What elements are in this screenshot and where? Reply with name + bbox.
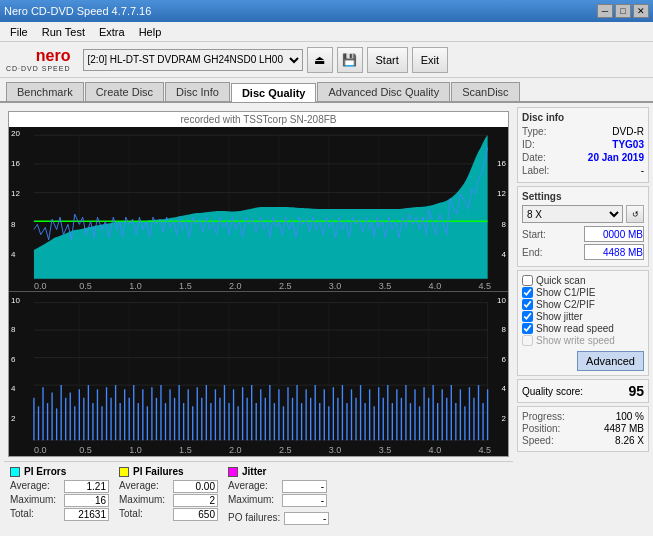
jitter-max-row: Maximum: - bbox=[228, 494, 329, 507]
close-button[interactable]: ✕ bbox=[633, 4, 649, 18]
progress-val: 100 % bbox=[616, 411, 644, 422]
title-bar-left: Nero CD-DVD Speed 4.7.7.16 bbox=[4, 5, 151, 17]
side-panel: Disc info Type: DVD-R ID: TYG03 Date: 20… bbox=[513, 103, 653, 533]
charts-stats-area: recorded with TSSTcorp SN-208FB 20 16 12… bbox=[4, 107, 513, 529]
title-bar: Nero CD-DVD Speed 4.7.7.16 ─ □ ✕ bbox=[0, 0, 653, 22]
tab-scan-disc[interactable]: ScanDisc bbox=[451, 82, 519, 101]
charts-area: recorded with TSSTcorp SN-208FB 20 16 12… bbox=[8, 111, 509, 457]
jitter-avg-val: - bbox=[282, 480, 327, 493]
svg-text:4.0: 4.0 bbox=[429, 445, 442, 455]
speed-select[interactable]: 8 X bbox=[522, 205, 623, 223]
pi-failures-header: PI Failures bbox=[119, 466, 218, 477]
tab-disc-quality[interactable]: Disc Quality bbox=[231, 83, 317, 102]
show-c1-pie-checkbox[interactable] bbox=[522, 287, 533, 298]
pi-errors-max-row: Maximum: 16 bbox=[10, 494, 109, 507]
start-input[interactable] bbox=[584, 226, 644, 242]
disc-date-val: 20 Jan 2019 bbox=[588, 152, 644, 163]
svg-text:2.0: 2.0 bbox=[229, 445, 242, 455]
position-val: 4487 MB bbox=[604, 423, 644, 434]
speed-row: Speed: 8.26 X bbox=[522, 435, 644, 446]
disc-id-row: ID: TYG03 bbox=[522, 139, 644, 150]
advanced-button[interactable]: Advanced bbox=[577, 351, 644, 371]
svg-text:1.5: 1.5 bbox=[179, 445, 192, 455]
show-jitter-row: Show jitter bbox=[522, 311, 644, 322]
bottom-chart-svg: 0.0 0.5 1.0 1.5 2.0 2.5 3.0 3.5 4.0 4.5 bbox=[9, 292, 508, 456]
show-write-speed-checkbox[interactable] bbox=[522, 335, 533, 346]
progress-row: Progress: 100 % bbox=[522, 411, 644, 422]
show-read-speed-row: Show read speed bbox=[522, 323, 644, 334]
quality-score-label: Quality score: bbox=[522, 386, 583, 397]
disc-date-row: Date: 20 Jan 2019 bbox=[522, 152, 644, 163]
show-jitter-checkbox[interactable] bbox=[522, 311, 533, 322]
quality-score-value: 95 bbox=[628, 383, 644, 399]
show-write-speed-row: Show write speed bbox=[522, 335, 644, 346]
show-read-speed-checkbox[interactable] bbox=[522, 323, 533, 334]
svg-text:2.5: 2.5 bbox=[279, 281, 292, 290]
pi-errors-group: PI Errors Average: 1.21 Maximum: 16 Tota… bbox=[10, 466, 109, 525]
svg-text:1.5: 1.5 bbox=[179, 281, 192, 290]
toolbar: nero CD·DVD SPEED [2:0] HL-DT-ST DVDRAM … bbox=[0, 42, 653, 78]
exit-button[interactable]: Exit bbox=[412, 47, 448, 73]
minimize-button[interactable]: ─ bbox=[597, 4, 613, 18]
pi-failures-avg-val: 0.00 bbox=[173, 480, 218, 493]
tabs: Benchmark Create Disc Disc Info Disc Qua… bbox=[0, 78, 653, 103]
drive-select[interactable]: [2:0] HL-DT-ST DVDRAM GH24NSD0 LH00 bbox=[83, 49, 303, 71]
top-chart: 20 16 12 8 4 16 12 8 4 bbox=[9, 127, 508, 291]
jitter-max-val: - bbox=[282, 494, 327, 507]
chart-title: recorded with TSSTcorp SN-208FB bbox=[9, 112, 508, 127]
jitter-header: Jitter bbox=[228, 466, 329, 477]
svg-text:0.0: 0.0 bbox=[34, 281, 47, 290]
menu-bar: File Run Test Extra Help bbox=[0, 22, 653, 42]
eject-icon-btn[interactable]: ⏏ bbox=[307, 47, 333, 73]
end-range-row: End: bbox=[522, 244, 644, 260]
save-icon-btn[interactable]: 💾 bbox=[337, 47, 363, 73]
start-button[interactable]: Start bbox=[367, 47, 408, 73]
pi-failures-max-val: 2 bbox=[173, 494, 218, 507]
svg-text:1.0: 1.0 bbox=[129, 281, 142, 290]
quick-scan-checkbox[interactable] bbox=[522, 275, 533, 286]
settings-refresh-btn[interactable]: ↺ bbox=[626, 205, 644, 223]
jitter-group: Jitter Average: - Maximum: - PO failures… bbox=[228, 466, 329, 525]
svg-text:4.0: 4.0 bbox=[429, 281, 442, 290]
menu-help[interactable]: Help bbox=[133, 24, 168, 40]
quick-scan-row: Quick scan bbox=[522, 275, 644, 286]
disc-id-val: TYG03 bbox=[612, 139, 644, 150]
nero-logo: nero CD·DVD SPEED bbox=[6, 47, 71, 72]
menu-run-test[interactable]: Run Test bbox=[36, 24, 91, 40]
jitter-avg-row: Average: - bbox=[228, 480, 329, 493]
checkboxes-section: Quick scan Show C1/PIE Show C2/PIF Show … bbox=[517, 270, 649, 376]
svg-text:0.5: 0.5 bbox=[79, 281, 92, 290]
pi-errors-total-row: Total: 21631 bbox=[10, 508, 109, 521]
end-input[interactable] bbox=[584, 244, 644, 260]
svg-text:0.0: 0.0 bbox=[34, 445, 47, 455]
po-failures-val: - bbox=[284, 512, 329, 525]
title-bar-controls: ─ □ ✕ bbox=[597, 4, 649, 18]
tab-advanced-disc-quality[interactable]: Advanced Disc Quality bbox=[317, 82, 450, 101]
disc-label-row: Label: - bbox=[522, 165, 644, 176]
start-range-row: Start: bbox=[522, 226, 644, 242]
show-c2-pif-checkbox[interactable] bbox=[522, 299, 533, 310]
pi-errors-header: PI Errors bbox=[10, 466, 109, 477]
menu-extra[interactable]: Extra bbox=[93, 24, 131, 40]
menu-file[interactable]: File bbox=[4, 24, 34, 40]
disc-info-section: Disc info Type: DVD-R ID: TYG03 Date: 20… bbox=[517, 107, 649, 183]
disc-label-val: - bbox=[641, 165, 644, 176]
tab-benchmark[interactable]: Benchmark bbox=[6, 82, 84, 101]
po-failures-row: PO failures: - bbox=[228, 512, 329, 525]
pi-failures-group: PI Failures Average: 0.00 Maximum: 2 Tot… bbox=[119, 466, 218, 525]
pi-errors-avg-val: 1.21 bbox=[64, 480, 109, 493]
bottom-chart: 10 8 6 4 2 10 8 6 4 2 bbox=[9, 291, 508, 456]
show-c2-pif-row: Show C2/PIF bbox=[522, 299, 644, 310]
maximize-button[interactable]: □ bbox=[615, 4, 631, 18]
tab-create-disc[interactable]: Create Disc bbox=[85, 82, 164, 101]
svg-text:2.5: 2.5 bbox=[279, 445, 292, 455]
speed-val: 8.26 X bbox=[615, 435, 644, 446]
svg-text:3.0: 3.0 bbox=[329, 445, 342, 455]
pi-failures-avg-row: Average: 0.00 bbox=[119, 480, 218, 493]
main-content: recorded with TSSTcorp SN-208FB 20 16 12… bbox=[0, 103, 653, 533]
settings-title: Settings bbox=[522, 191, 644, 202]
progress-section: Progress: 100 % Position: 4487 MB Speed:… bbox=[517, 406, 649, 452]
svg-text:3.5: 3.5 bbox=[379, 445, 392, 455]
tab-disc-info[interactable]: Disc Info bbox=[165, 82, 230, 101]
position-row: Position: 4487 MB bbox=[522, 423, 644, 434]
